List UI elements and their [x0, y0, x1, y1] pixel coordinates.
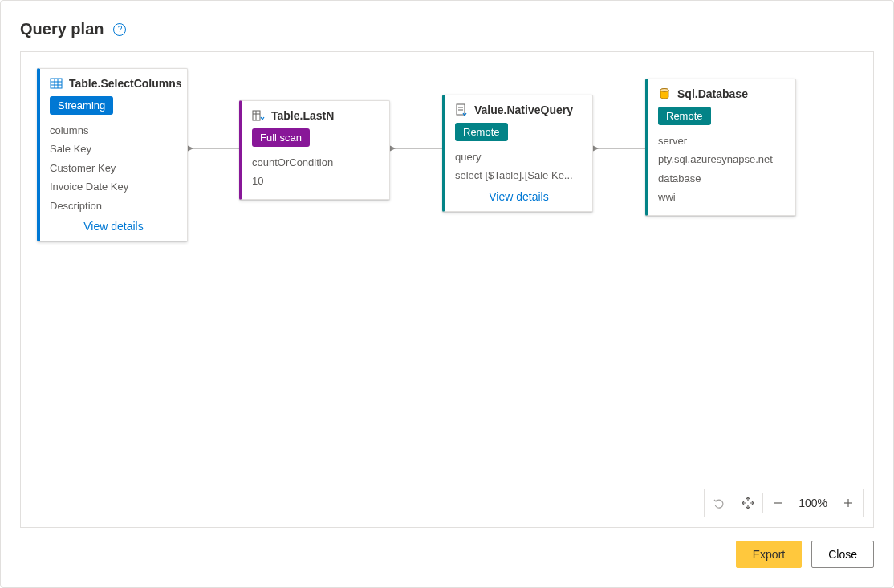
node-lastn[interactable]: Table.LastN Full scan countOrCondition 1…: [239, 100, 390, 200]
database-icon: [658, 87, 671, 100]
export-button[interactable]: Export: [736, 541, 802, 568]
close-button[interactable]: Close: [811, 541, 874, 568]
node-select-columns[interactable]: Table.SelectColumns Streaming columns Sa…: [37, 68, 188, 241]
node-row: wwi: [658, 188, 786, 206]
node-row: select [$Table].[Sale Ke...: [455, 166, 583, 185]
undo-button[interactable]: [705, 489, 733, 517]
fit-button[interactable]: [733, 489, 762, 517]
node-row: countOrCondition: [252, 153, 380, 172]
remote-badge: Remote: [658, 107, 711, 125]
help-icon[interactable]: ?: [113, 23, 126, 36]
query-plan-dialog: Query plan ? Table.SelectColumns Streami…: [0, 0, 894, 588]
diagram-canvas[interactable]: Table.SelectColumns Streaming columns Sa…: [20, 51, 874, 528]
script-icon: [455, 103, 468, 116]
node-row: Sale Key: [50, 140, 177, 158]
zoom-toolbar: 100%: [704, 489, 864, 517]
table-lastn-icon: [252, 109, 265, 122]
node-title: Sql.Database: [677, 87, 748, 100]
svg-rect-3: [51, 79, 62, 88]
plus-icon: [843, 497, 854, 509]
node-row: pty.sql.azuresynapse.net: [658, 150, 786, 168]
minus-icon: [772, 497, 783, 509]
node-title: Table.LastN: [271, 109, 334, 122]
svg-point-15: [660, 89, 668, 92]
fit-icon: [742, 497, 754, 509]
dialog-footer: Export Close: [20, 541, 874, 568]
node-row: 10: [252, 172, 380, 190]
dialog-header: Query plan ?: [20, 20, 874, 39]
node-row: database: [658, 169, 786, 188]
fullscan-badge: Full scan: [252, 128, 310, 147]
node-header: Sql.Database: [658, 87, 786, 100]
undo-icon: [713, 497, 725, 509]
node-title: Table.SelectColumns: [69, 77, 182, 90]
zoom-in-button[interactable]: [834, 489, 863, 517]
node-row: Customer Key: [50, 159, 177, 177]
node-title: Value.NativeQuery: [474, 103, 573, 116]
view-details-link[interactable]: View details: [455, 190, 583, 203]
streaming-badge: Streaming: [50, 96, 113, 115]
node-row: columns: [50, 121, 177, 140]
node-row: query: [455, 148, 583, 166]
node-header: Table.SelectColumns: [50, 77, 177, 90]
node-row: server: [658, 132, 786, 150]
table-icon: [50, 77, 63, 90]
remote-badge: Remote: [455, 123, 508, 141]
node-header: Table.LastN: [252, 109, 380, 122]
node-row: Description: [50, 197, 177, 215]
view-details-link[interactable]: View details: [50, 220, 177, 233]
zoom-level: 100%: [792, 497, 834, 509]
node-row: Invoice Date Key: [50, 177, 177, 196]
node-sql-database[interactable]: Sql.Database Remote server pty.sql.azure…: [645, 79, 796, 216]
zoom-out-button[interactable]: [763, 489, 792, 517]
node-native-query[interactable]: Value.NativeQuery Remote query select [$…: [442, 95, 593, 212]
dialog-title: Query plan: [20, 20, 104, 39]
node-header: Value.NativeQuery: [455, 103, 583, 116]
